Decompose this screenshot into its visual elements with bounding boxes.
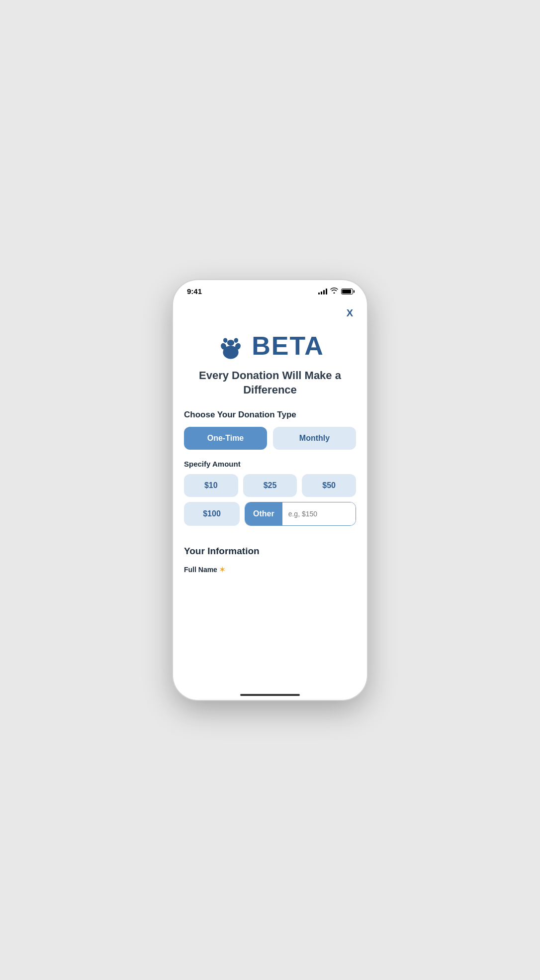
close-button[interactable]: X	[343, 305, 357, 321]
tagline: Every Donation Will Make a Difference	[188, 369, 352, 397]
status-icons	[318, 288, 353, 295]
full-name-label: Full Name ✶	[184, 566, 356, 574]
amount-label: Specify Amount	[184, 460, 356, 468]
home-indicator	[240, 694, 300, 696]
amount-25-button[interactable]: $25	[243, 474, 297, 497]
logo-row: BETA	[216, 331, 324, 361]
signal-icon	[318, 289, 327, 294]
amount-100-button[interactable]: $100	[184, 502, 240, 526]
brand-name: BETA	[252, 331, 324, 361]
info-section: Your Information Full Name ✶	[173, 546, 367, 588]
svg-point-1	[227, 340, 234, 346]
monthly-button[interactable]: Monthly	[273, 427, 356, 450]
amount-10-button[interactable]: $10	[184, 474, 238, 497]
battery-icon	[341, 289, 353, 294]
donation-type-title: Choose Your Donation Type	[184, 410, 356, 420]
notch	[238, 280, 302, 295]
paw-icon	[216, 331, 246, 361]
close-btn-row: X	[173, 299, 367, 321]
content-scroll[interactable]: X BETA	[173, 299, 367, 685]
logo-section: BETA Every Donation Will Make a Differen…	[173, 321, 367, 402]
amount-50-button[interactable]: $50	[302, 474, 356, 497]
other-button[interactable]: Other	[245, 502, 282, 525]
other-amount-input[interactable]	[282, 502, 356, 525]
svg-point-5	[234, 338, 239, 343]
svg-point-4	[223, 338, 228, 343]
wifi-icon	[330, 288, 338, 295]
required-star: ✶	[219, 566, 225, 574]
amount-row-2: $100 Other	[184, 502, 356, 526]
status-time: 9:41	[187, 287, 202, 295]
info-title: Your Information	[184, 546, 356, 557]
bottom-bar	[173, 685, 367, 700]
one-time-button[interactable]: One-Time	[184, 427, 267, 450]
other-btn-group: Other	[245, 502, 356, 526]
phone-frame: 9:41 X	[173, 280, 367, 700]
form-section: Choose Your Donation Type One-Time Month…	[173, 402, 367, 546]
donation-type-row: One-Time Monthly	[184, 427, 356, 450]
amount-preset-grid: $10 $25 $50	[184, 474, 356, 497]
